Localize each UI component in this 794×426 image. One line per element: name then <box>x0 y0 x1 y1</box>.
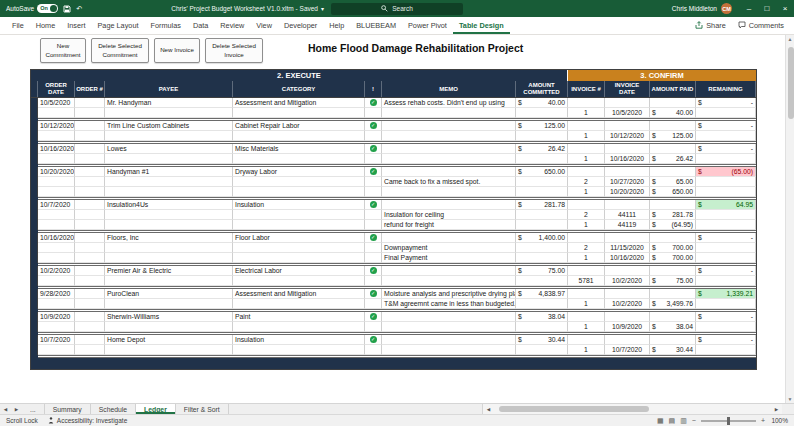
cell-invoice-date[interactable]: 10/9/2020 <box>605 322 650 332</box>
zoom-knob[interactable] <box>727 417 730 425</box>
cell-invoice-date[interactable] <box>605 200 650 210</box>
cell-payee[interactable] <box>105 253 233 263</box>
cell-memo[interactable] <box>382 200 516 210</box>
vertical-scrollbar[interactable]: ▲ ▼ <box>785 35 794 403</box>
cell-category[interactable]: Paint <box>233 312 365 322</box>
cell-memo[interactable]: T&M agreemnt came in less than budgeted. <box>382 299 516 309</box>
cell-invoice-date[interactable]: 44119 <box>605 220 650 230</box>
cell-payee[interactable]: Insulation4Us <box>105 200 233 210</box>
cell-memo[interactable] <box>382 167 516 177</box>
cell-category[interactable] <box>233 345 365 355</box>
hscroll-left-icon[interactable]: ◀ <box>483 407 494 412</box>
ribbon-tab-power-pivot[interactable]: Power Pivot <box>402 17 453 34</box>
column-header-category[interactable]: CATEGORY <box>233 81 365 97</box>
worksheet-area[interactable]: New CommitmentDelete Selected Commitment… <box>0 35 794 403</box>
cell-amount-paid[interactable]: $30.44 <box>650 345 696 355</box>
cell-status[interactable] <box>365 322 382 332</box>
search-box[interactable]: Search <box>331 3 463 15</box>
ledger-row[interactable]: 110/16/2020$26.42 <box>31 154 756 164</box>
cell-amount-committed[interactable]: $75.00 <box>516 266 568 276</box>
cell-status[interactable] <box>365 276 382 286</box>
ledger-row[interactable]: 110/5/2020$40.00 <box>31 108 756 118</box>
cell-payee[interactable] <box>105 299 233 309</box>
ledger-row[interactable]: refund for freight144119$(64.95) <box>31 220 756 230</box>
new-commitment-button[interactable]: New Commitment <box>40 38 86 63</box>
cell-remaining[interactable]: $- <box>696 335 756 345</box>
cell-order-date[interactable]: 10/7/2020 <box>38 335 75 345</box>
cell-invoice-date[interactable]: 10/2/2020 <box>605 276 650 286</box>
ledger-row[interactable]: T&M agreemnt came in less than budgeted.… <box>31 299 756 309</box>
cell-payee[interactable] <box>105 345 233 355</box>
cell-order-date[interactable]: 10/2/2020 <box>38 266 75 276</box>
ledger-row[interactable]: 10/16/2020LowesMisc Materials✓$26.42$- <box>31 144 756 154</box>
cell-payee[interactable]: Lowes <box>105 144 233 154</box>
cell-order-date[interactable] <box>38 253 75 263</box>
restore-button[interactable]: □ <box>758 0 776 17</box>
cell-amount-paid[interactable] <box>650 233 696 243</box>
cell-order-num[interactable] <box>75 144 105 154</box>
cell-invoice-num[interactable]: 2 <box>568 177 605 187</box>
column-header-amount-committed[interactable]: AMOUNT COMMITTED <box>516 81 568 97</box>
column-header-invoice[interactable]: INVOICE # <box>568 81 605 97</box>
column-header-order-date[interactable]: ORDER DATE <box>38 81 75 97</box>
cell-status[interactable] <box>365 243 382 253</box>
horizontal-scrollbar[interactable]: ◀ ▶ <box>482 404 782 414</box>
cell-remaining[interactable] <box>696 108 756 118</box>
ribbon-tab-help[interactable]: Help <box>323 17 350 34</box>
column-header-memo[interactable]: MEMO <box>382 81 516 97</box>
cell-order-num[interactable] <box>75 312 105 322</box>
cell-amount-committed[interactable] <box>516 177 568 187</box>
cell-memo[interactable] <box>382 322 516 332</box>
cell-status[interactable] <box>365 210 382 220</box>
ledger-row[interactable]: 10/7/2020Insulation4UsInsulation✓$281.78… <box>31 200 756 210</box>
cell-memo[interactable] <box>382 266 516 276</box>
cell-status[interactable]: ✓ <box>365 144 382 154</box>
cell-category[interactable]: Floor Labor <box>233 233 365 243</box>
cell-order-num[interactable] <box>75 299 105 309</box>
cell-order-date[interactable] <box>38 243 75 253</box>
cell-memo[interactable]: Came back to fix a missed spot. <box>382 177 516 187</box>
cell-invoice-num[interactable] <box>568 233 605 243</box>
cell-amount-paid[interactable]: $700.00 <box>650 243 696 253</box>
cell-memo[interactable] <box>382 345 516 355</box>
cell-amount-paid[interactable] <box>650 167 696 177</box>
cell-invoice-num[interactable] <box>568 335 605 345</box>
cell-category[interactable] <box>233 187 365 197</box>
cell-amount-committed[interactable] <box>516 345 568 355</box>
cell-invoice-date[interactable]: 11/15/2020 <box>605 243 650 253</box>
cell-amount-paid[interactable] <box>650 200 696 210</box>
cell-amount-paid[interactable]: $26.42 <box>650 154 696 164</box>
new-invoice-button[interactable]: New Invoice <box>154 38 200 63</box>
cell-invoice-date[interactable] <box>605 167 650 177</box>
cell-invoice-date[interactable] <box>605 233 650 243</box>
cell-amount-committed[interactable]: $4,838.97 <box>516 289 568 299</box>
ledger-row[interactable]: 578110/2/2020$75.00 <box>31 276 756 286</box>
cell-category[interactable] <box>233 210 365 220</box>
cell-invoice-date[interactable]: 10/5/2020 <box>605 108 650 118</box>
cell-amount-committed[interactable] <box>516 210 568 220</box>
ledger-row[interactable]: 10/20/2020Handyman #1Dryway Labor✓$650.0… <box>31 167 756 177</box>
cell-amount-paid[interactable] <box>650 98 696 108</box>
column-header-payee[interactable]: PAYEE <box>105 81 233 97</box>
cell-remaining[interactable] <box>696 322 756 332</box>
cell-amount-paid[interactable] <box>650 289 696 299</box>
sheet-tab-filter-sort[interactable]: Filter & Sort <box>176 404 229 414</box>
section-confirm[interactable]: 3. CONFIRM <box>568 70 756 81</box>
cell-amount-paid[interactable]: $281.78 <box>650 210 696 220</box>
cell-remaining[interactable]: $- <box>696 266 756 276</box>
cell-order-date[interactable]: 10/20/2020 <box>38 167 75 177</box>
cell-order-date[interactable] <box>38 299 75 309</box>
cell-order-date[interactable] <box>38 345 75 355</box>
ribbon-tab-home[interactable]: Home <box>30 17 61 34</box>
cell-invoice-num[interactable]: 1 <box>568 345 605 355</box>
cell-memo[interactable]: Insulation for ceiling <box>382 210 516 220</box>
comments-button[interactable]: Comments <box>738 21 784 31</box>
cell-amount-paid[interactable] <box>650 312 696 322</box>
cell-invoice-num[interactable]: 1 <box>568 108 605 118</box>
cell-payee[interactable] <box>105 276 233 286</box>
ledger-row[interactable]: 110/20/2020$650.00 <box>31 187 756 197</box>
cell-order-date[interactable] <box>38 210 75 220</box>
cell-order-date[interactable]: 10/12/2020 <box>38 121 75 131</box>
cell-remaining[interactable] <box>696 131 756 141</box>
cell-invoice-date[interactable]: 10/12/2020 <box>605 131 650 141</box>
